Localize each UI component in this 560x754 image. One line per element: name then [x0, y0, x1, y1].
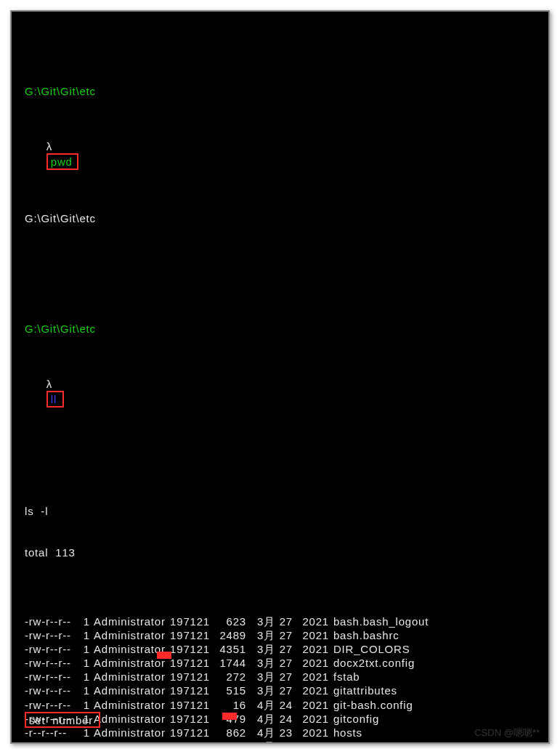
highlight-chip: [222, 713, 237, 720]
list-item: -rw-r--r--1 Administrator1971216233月2720…: [25, 615, 535, 628]
highlight-chip: [157, 652, 171, 659]
cmd-ll: ll: [51, 393, 57, 405]
list-item: -rw-r--r--1 Administrator19712143513月272…: [25, 642, 535, 656]
pwd-output: G:\Git\Git\etc: [25, 212, 96, 224]
list-item: -rw-r--r--1 Administrator197121164月24202…: [25, 698, 535, 712]
list-item: -rw-r--r--1 Administrator1971212723月2720…: [25, 670, 535, 684]
list-item: -rw-r--r--1 Administrator19712117443月272…: [25, 656, 535, 670]
set-number: set number: [29, 714, 93, 726]
file-listing: -rw-r--r--1 Administrator1971216233月2720…: [25, 615, 535, 744]
ls-head: ls -l: [25, 505, 48, 517]
list-item: -r--r--r--1 Administrator1971218624月2320…: [25, 726, 535, 739]
cwd-path: G:\Git\Git\etc: [25, 323, 96, 335]
list-item: -rw-r--r--1 Administrator19712126273月272…: [25, 739, 535, 744]
watermark: CSDN @嗯嗯**: [474, 726, 540, 739]
prompt-lambda: λ: [46, 140, 56, 153]
terminal[interactable]: G:\Git\Git\etc λ pwd G:\Git\Git\etc G:\G…: [10, 10, 550, 744]
ls-total: total 113: [25, 546, 76, 559]
cmd-pwd: pwd: [51, 155, 73, 168]
list-item: -rw-r--r--1 Administrator1971215153月2720…: [25, 684, 535, 697]
prompt-lambda: λ: [46, 378, 56, 390]
list-item: -rw-r--r--1 Administrator19712124893月272…: [25, 628, 535, 642]
cwd-path: G:\Git\Git\etc: [25, 85, 96, 97]
list-item: -rw-r--r--1 Administrator1971214794月2420…: [25, 712, 535, 726]
